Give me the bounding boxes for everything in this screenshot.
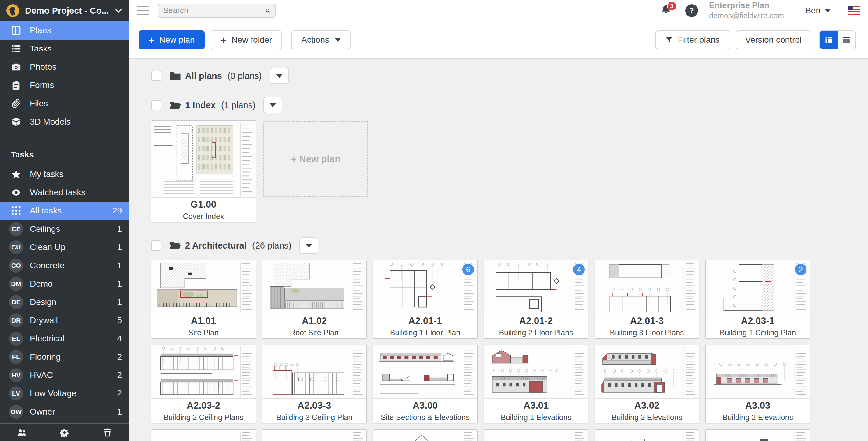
folder-icon bbox=[169, 71, 181, 81]
sidebar-item-my-tasks[interactable]: My tasks bbox=[0, 165, 129, 183]
plan-meta: A1.01 Site Plan bbox=[151, 314, 255, 338]
plan-thumbnail bbox=[595, 260, 699, 314]
plan-code: A2.01-1 bbox=[408, 316, 442, 326]
new-folder-button[interactable]: + New folder bbox=[211, 30, 282, 49]
sidebar-item-files[interactable]: Files bbox=[0, 94, 129, 113]
manage-users-button[interactable] bbox=[0, 428, 43, 437]
trade-row[interactable]: DE Design 1 bbox=[0, 293, 129, 311]
trade-row[interactable]: DR Drywall 5 bbox=[0, 311, 129, 329]
folder-icon bbox=[169, 240, 181, 251]
version-control-button[interactable]: Version control bbox=[736, 30, 811, 49]
trade-row[interactable]: CE Ceilings 1 bbox=[0, 220, 129, 238]
new-plan-button[interactable]: + New plan bbox=[138, 30, 205, 49]
plan-card[interactable]: A2.03-2 Building 2 Ceiling Plans bbox=[151, 345, 256, 423]
task-count: 29 bbox=[113, 206, 122, 216]
plan-card[interactable]: A1.02 Roof Site Plan bbox=[262, 260, 367, 339]
plan-card[interactable] bbox=[594, 430, 699, 441]
plan-card[interactable]: A3.03 Building 2 Elevations bbox=[705, 345, 810, 423]
trade-row[interactable]: EL Electrical 4 bbox=[0, 329, 129, 348]
trade-row[interactable]: HV HVAC 2 bbox=[0, 366, 129, 384]
plan-card[interactable]: A1.01 Site Plan bbox=[151, 260, 256, 339]
search-icon[interactable] bbox=[265, 6, 271, 15]
trade-row[interactable]: CU Clean Up 1 bbox=[0, 238, 129, 256]
sidebar-item-label: 3D Models bbox=[30, 117, 71, 127]
plan-card[interactable]: 4 A2.01-2 Building 2 Floor Plans bbox=[484, 260, 588, 339]
topbar-right: 3 ? Enterprise Plan demos@fieldwire.com … bbox=[660, 1, 860, 21]
trade-row[interactable]: CO Concrete 1 bbox=[0, 256, 129, 275]
new-plan-dropzone[interactable]: + New plan bbox=[264, 121, 368, 197]
folder-name[interactable]: 1 Index bbox=[185, 100, 216, 110]
trade-row[interactable]: OW Owner 1 bbox=[0, 403, 129, 421]
project-settings-button[interactable] bbox=[43, 428, 86, 437]
plan-card[interactable] bbox=[262, 430, 367, 441]
plan-card[interactable] bbox=[373, 430, 477, 441]
plan-meta: A3.03 Building 2 Elevations bbox=[706, 399, 810, 423]
sidebar-item-plans[interactable]: Plans bbox=[0, 21, 129, 40]
plan-card[interactable]: A3.02 Building 2 Elevations bbox=[594, 345, 699, 423]
plan-card[interactable]: A2.03-3 Building 3 Ceiling Plan bbox=[262, 345, 367, 423]
folder-checkbox[interactable] bbox=[151, 100, 161, 110]
trade-avatar: DE bbox=[9, 295, 23, 309]
trade-label: Clean Up bbox=[30, 243, 65, 252]
photos-icon bbox=[11, 62, 21, 72]
menu-icon[interactable] bbox=[137, 6, 149, 15]
plan-card[interactable]: A2.01-3 Building 3 Floor Plans bbox=[594, 260, 699, 339]
plan-meta: G1.00 Cover Index bbox=[151, 198, 255, 222]
plan-card[interactable]: A3.00 Site Sections & Elevations bbox=[373, 345, 477, 423]
filter-plans-button[interactable]: Filter plans bbox=[655, 30, 730, 49]
view-toggle bbox=[819, 30, 856, 49]
plan-meta: A3.02 Building 2 Elevations bbox=[595, 399, 699, 423]
grid-view-button[interactable] bbox=[820, 31, 838, 49]
deleted-items-button[interactable] bbox=[86, 428, 129, 437]
sidebar-item-forms[interactable]: Forms bbox=[0, 76, 129, 94]
list-view-button[interactable] bbox=[838, 31, 855, 49]
trade-row[interactable]: FL Flooring 2 bbox=[0, 348, 129, 366]
chevron-down-icon bbox=[270, 103, 276, 107]
search-input[interactable] bbox=[163, 6, 265, 15]
plan-thumbnail bbox=[262, 260, 366, 314]
trade-row[interactable]: LV Low Voltage 2 bbox=[0, 384, 129, 403]
sidebar-item-models[interactable]: 3D Models bbox=[0, 113, 129, 131]
plan-card[interactable]: A3.01 Building 1 Elevations bbox=[484, 345, 588, 423]
folder-menu-button[interactable] bbox=[270, 68, 289, 84]
plan-card[interactable] bbox=[705, 430, 810, 441]
plan-name: Building 2 Floor Plans bbox=[499, 328, 573, 337]
plan-card[interactable]: G1.00 Cover Index bbox=[151, 120, 256, 222]
sidebar-item-label: Forms bbox=[30, 81, 54, 90]
folder-checkbox[interactable] bbox=[151, 240, 161, 251]
notifications-button[interactable]: 3 bbox=[660, 4, 672, 17]
folder-name[interactable]: All plans bbox=[185, 71, 222, 81]
trade-row[interactable]: DM Demo 1 bbox=[0, 275, 129, 293]
plan-thumbnail bbox=[262, 430, 366, 441]
task-filter-list: My tasks Watched tasks All tasks 29 bbox=[0, 165, 129, 220]
user-menu[interactable]: Ben bbox=[805, 6, 831, 15]
actions-button[interactable]: Actions bbox=[291, 30, 350, 49]
trade-count: 2 bbox=[117, 370, 122, 380]
language-flag-icon[interactable] bbox=[848, 6, 860, 15]
folder-menu-button[interactable] bbox=[264, 97, 282, 113]
trade-avatar: CE bbox=[9, 222, 23, 236]
plan-thumbnail bbox=[595, 430, 699, 441]
project-switcher[interactable]: Demo Project - Co... bbox=[0, 0, 129, 21]
folder-menu-button[interactable] bbox=[299, 237, 318, 254]
sidebar-item-photos[interactable]: Photos bbox=[0, 58, 129, 76]
list-view-icon bbox=[842, 36, 850, 44]
sidebar-item-tasks[interactable]: Tasks bbox=[0, 40, 129, 58]
plan-code: A1.02 bbox=[302, 316, 327, 326]
index-plan-grid: G1.00 Cover Index + New plan bbox=[151, 120, 868, 222]
folder-plan-count: (1 plans) bbox=[219, 100, 255, 110]
plan-card[interactable]: 2 A2.03-1 Building 1 Ceiling Plan bbox=[705, 260, 810, 339]
help-button[interactable]: ? bbox=[685, 4, 698, 17]
folder-name[interactable]: 2 Architectural bbox=[185, 241, 247, 251]
plan-name: Building 3 Floor Plans bbox=[610, 328, 684, 337]
plan-card[interactable] bbox=[484, 430, 588, 441]
plan-thumbnail bbox=[706, 345, 810, 399]
sidebar-item-watched-tasks[interactable]: Watched tasks bbox=[0, 183, 129, 201]
sidebar-item-all-tasks[interactable]: All tasks 29 bbox=[0, 201, 129, 220]
folder-checkbox[interactable] bbox=[151, 71, 161, 81]
plan-card[interactable]: 6 A2.01-1 Building 1 Floor Plan bbox=[373, 260, 477, 339]
folder-row: 1 Index (1 plans) bbox=[151, 97, 868, 113]
trade-label: Drywall bbox=[30, 316, 58, 325]
plan-name: Building 2 Elevations bbox=[612, 413, 682, 422]
plan-card[interactable] bbox=[151, 430, 256, 441]
